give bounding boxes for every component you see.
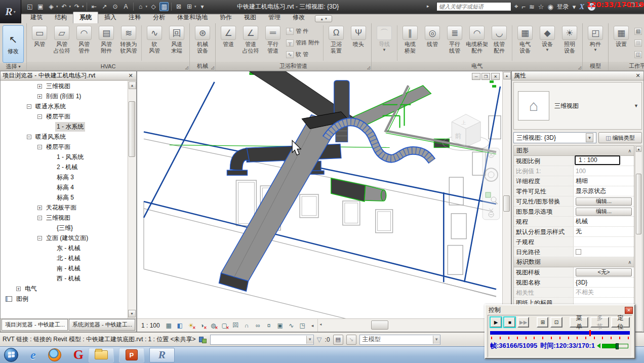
- property-value[interactable]: 1 : 100: [574, 156, 634, 166]
- window-mode-button[interactable]: ⊞: [537, 317, 548, 328]
- recent-documents-arrow-icon[interactable]: ▸: [427, 4, 429, 9]
- collapse-minus-icon[interactable]: −: [37, 216, 42, 220]
- scroll-up-icon[interactable]: ▲: [636, 146, 641, 152]
- scale-value-box[interactable]: 1 : 100: [575, 155, 620, 165]
- tab-结构[interactable]: 结构: [49, 12, 73, 23]
- chevron-down-icon[interactable]: ▾: [69, 5, 71, 9]
- conduit-fitting-button[interactable]: ◡线管配件: [488, 24, 510, 62]
- collapse-minus-icon[interactable]: −: [27, 135, 31, 139]
- tab-插入[interactable]: 插入: [98, 12, 123, 23]
- tab-协作[interactable]: 协作: [214, 12, 238, 23]
- tree-item[interactable]: 1 - 水系统: [1, 122, 136, 132]
- sprinkler-button[interactable]: Ψ喷头: [347, 24, 370, 62]
- progress-marker[interactable]: [589, 330, 591, 336]
- tab-视图[interactable]: 视图: [238, 12, 262, 23]
- application-menu-button[interactable]: R▾: [0, 0, 21, 23]
- view-scale[interactable]: 1 : 100: [141, 322, 160, 329]
- section-icon[interactable]: ◇: [149, 2, 158, 11]
- chevron-down-icon[interactable]: ▾: [56, 5, 58, 9]
- tree-item[interactable]: 南 - 机械: [1, 263, 136, 273]
- unlocked-3d-view-icon[interactable]: ∩: [243, 321, 251, 330]
- tree-item[interactable]: 标高 5: [1, 192, 136, 203]
- tree-item[interactable]: −楼层平面: [1, 142, 136, 152]
- revit-icon-frame[interactable]: R: [149, 348, 175, 362]
- property-value[interactable]: 机械: [574, 217, 634, 226]
- collapse-chevron-icon[interactable]: ∧: [628, 148, 631, 153]
- view-close-icon[interactable]: ✕: [491, 73, 500, 80]
- cable-tray-button[interactable]: ∥电缆桥架: [399, 24, 421, 62]
- tree-item[interactable]: −三维视图: [1, 213, 136, 223]
- expand-plus-icon[interactable]: +: [37, 94, 42, 99]
- close-icon[interactable]: ✕: [127, 72, 134, 79]
- panel-title-HVAC[interactable]: HVAC◿: [27, 62, 189, 70]
- collapse-minus-icon[interactable]: −: [37, 145, 42, 149]
- scroll-up-icon[interactable]: ▲: [129, 82, 136, 89]
- cable-tray-fitting-button[interactable]: ◠电缆桥架配件: [466, 24, 488, 62]
- chevron-down-icon[interactable]: ▾: [573, 3, 576, 11]
- scrollbar-thumb[interactable]: [636, 174, 641, 234]
- close-icon[interactable]: ✕: [625, 307, 633, 314]
- mechanical-equipment-button[interactable]: ⊛机械设备: [191, 24, 214, 62]
- device-button[interactable]: ◆设备▼: [536, 24, 558, 62]
- panel-title-卫浴和管道[interactable]: 卫浴和管道◿: [216, 62, 371, 70]
- filter-icon[interactable]: ▽: [317, 336, 322, 343]
- tab-system-browser[interactable]: 系统浏览器 - 中铁建工...: [69, 319, 135, 331]
- edit-type-button[interactable]: ◫ 编辑类型: [598, 132, 642, 143]
- property-value[interactable]: [574, 237, 634, 247]
- revit-icon[interactable]: R: [158, 348, 166, 361]
- crop-view-icon[interactable]: ▢×: [220, 321, 229, 330]
- explorer-icon[interactable]: [95, 350, 108, 359]
- design-options-icon[interactable]: ▤: [333, 335, 343, 345]
- horizontal-scrollbar[interactable]: ◂: [317, 319, 511, 332]
- temporary-view-properties-icon[interactable]: ▣: [276, 321, 285, 330]
- view-instance-combo[interactable]: 三维视图: {3D} ▼: [513, 132, 596, 143]
- playback-progress[interactable]: [490, 331, 630, 335]
- fast-forward-button[interactable]: ▶▶: [517, 317, 529, 328]
- show-work-plane-button[interactable]: ▧显示: [632, 26, 644, 36]
- property-value[interactable]: 无: [574, 227, 634, 236]
- vertical-round-duct[interactable]: [334, 80, 349, 142]
- gray-pipe-run[interactable]: [386, 86, 496, 154]
- panel-title-机械[interactable]: 机械◿: [190, 62, 215, 70]
- property-value[interactable]: 精细: [574, 176, 634, 186]
- tree-item[interactable]: +电气: [1, 284, 136, 294]
- tree-item[interactable]: 标高 4: [1, 182, 136, 192]
- customize-qat-icon[interactable]: ▾: [198, 2, 207, 11]
- duct-button[interactable]: ▭风管: [28, 24, 51, 62]
- chevron-down-icon[interactable]: ▼: [306, 336, 313, 344]
- collapse-chevron-icon[interactable]: ∧: [628, 260, 631, 265]
- model-3d-view[interactable]: 前 上: [137, 71, 502, 318]
- detail-level-icon[interactable]: ▦: [165, 321, 173, 330]
- dialog-launcher-icon[interactable]: ◿: [367, 65, 370, 70]
- design-options-combo[interactable]: 主模型 ▼: [359, 335, 440, 345]
- menu-button[interactable]: 菜单: [570, 317, 588, 328]
- tab-体量和场地[interactable]: 体量和场地: [171, 12, 214, 23]
- scrollbar-thumb[interactable]: [129, 101, 135, 157]
- duct-accessory-button[interactable]: ▤风管附件: [95, 24, 117, 62]
- volume-slider[interactable]: [602, 344, 628, 348]
- set-work-plane-button[interactable]: ▦设置: [610, 24, 632, 62]
- pipe-accessory-button[interactable]: ┬管路 附件: [284, 37, 321, 48]
- tag-icon[interactable]: ⊙: [111, 2, 120, 11]
- sync-icon[interactable]: ◈: [47, 2, 56, 11]
- shadows-icon[interactable]: ◑×: [198, 321, 207, 330]
- parallel-pipes-button[interactable]: ═平行管道: [262, 24, 284, 62]
- tree-item[interactable]: +三维视图: [1, 81, 136, 91]
- locate-button[interactable]: 定位: [611, 317, 630, 328]
- tree-item[interactable]: 北 - 机械: [1, 253, 136, 263]
- favorites-star-icon[interactable]: ☆: [538, 3, 544, 11]
- reference-plane-button[interactable]: ▨参照 平面: [632, 37, 644, 48]
- duct-placeholder-button[interactable]: ▱风管占位符: [51, 24, 73, 62]
- tab-分析[interactable]: 分析: [147, 12, 171, 23]
- collapse-viewbar-icon[interactable]: ◂: [311, 323, 314, 328]
- tree-item[interactable]: 1 - 风系统: [1, 152, 136, 162]
- tab-建筑[interactable]: 建筑: [24, 12, 49, 23]
- login-button[interactable]: 登录: [557, 3, 569, 11]
- chevron-down-icon[interactable]: ▾: [146, 5, 148, 9]
- flex-pipe-button[interactable]: ∿软 管: [284, 49, 321, 60]
- close-icon[interactable]: ✕: [634, 72, 641, 79]
- exclude-options-icon[interactable]: ↘: [346, 335, 356, 345]
- scroll-up-icon[interactable]: ▲: [503, 72, 511, 79]
- tree-item[interactable]: −暖通水系统: [1, 101, 136, 111]
- tree-item[interactable]: +天花板平面: [1, 203, 136, 213]
